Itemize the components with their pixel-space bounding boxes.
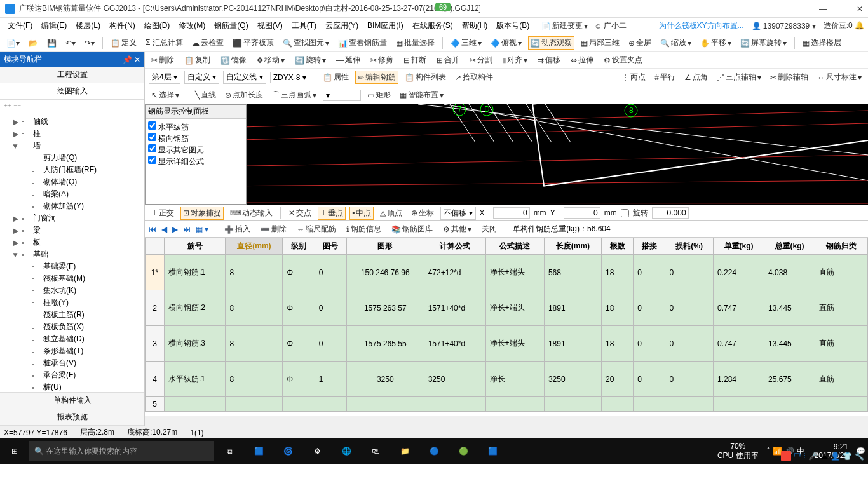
point-length-button[interactable]: ⊙ 点加长度 bbox=[222, 88, 266, 102]
dimension-button[interactable]: ↔ 尺寸标注 ▾ bbox=[815, 71, 864, 84]
view-rebar-button[interactable]: 📊 查看钢筋量 bbox=[336, 36, 390, 50]
split-button[interactable]: ✂ 分割 bbox=[467, 53, 495, 67]
dyn-input-button[interactable]: ⌨ 动态输入 bbox=[227, 207, 275, 220]
delete-button[interactable]: ✂ 删除 bbox=[149, 53, 177, 67]
open-icon[interactable]: 📂 bbox=[26, 37, 41, 49]
panel-check-0[interactable]: 水平纵筋 bbox=[148, 121, 243, 133]
rebar-info-button[interactable]: ℹ 钢筋信息 bbox=[344, 222, 384, 236]
table-header[interactable]: 搭接 bbox=[634, 238, 665, 255]
pick-button[interactable]: ↗ 拾取构件 bbox=[452, 71, 496, 84]
code-dropdown[interactable]: ZDYX-8 ▾ bbox=[270, 72, 309, 83]
parallel-button[interactable]: # 平行 bbox=[652, 71, 678, 84]
sidebar-report[interactable]: 报表预览 bbox=[0, 409, 144, 426]
dynamic-view-button[interactable]: 🔄 动态观察 bbox=[528, 36, 574, 50]
align-button[interactable]: ⫴ 对齐 ▾ bbox=[500, 53, 530, 67]
tree-item[interactable]: ▫筏板负筋(X) bbox=[0, 321, 144, 333]
minimize-button[interactable]: — bbox=[819, 4, 827, 13]
start-button[interactable]: ⊞ bbox=[3, 439, 27, 463]
menu-draw[interactable]: 绘图(D) bbox=[140, 19, 174, 32]
sum-button[interactable]: Σ 汇总计算 bbox=[143, 36, 186, 50]
table-header[interactable]: 公式描述 bbox=[485, 238, 544, 255]
grip-button[interactable]: ⚙ 设置夹点 bbox=[601, 53, 645, 67]
x-input[interactable] bbox=[493, 207, 530, 219]
tree-item[interactable]: ▫人防门框墙(RF) bbox=[0, 164, 144, 176]
mirror-button[interactable]: 🔃 镜像 bbox=[218, 53, 249, 67]
threepoint-button[interactable]: ⋰ 三点辅轴 ▾ bbox=[714, 71, 764, 84]
save-icon[interactable]: 💾 bbox=[44, 37, 59, 49]
sidebar-tab-settings[interactable]: 工程设置 bbox=[0, 67, 144, 83]
task-app-3[interactable]: ⚙ bbox=[304, 439, 330, 463]
coord-button[interactable]: ⊕ 坐标 bbox=[409, 207, 437, 220]
intersection-button[interactable]: ✕ 交点 bbox=[286, 207, 314, 220]
last-icon[interactable]: ⏭ bbox=[183, 225, 191, 234]
offset-dropdown[interactable]: 不偏移 ▾ bbox=[440, 207, 475, 220]
table-header[interactable]: 图形 bbox=[346, 238, 424, 255]
task-app-6[interactable]: 🟦 bbox=[479, 439, 506, 463]
perpendicular-button[interactable]: ⊥ 垂点 bbox=[318, 207, 346, 220]
twopoint-button[interactable]: ⋮ 两点 bbox=[619, 71, 648, 84]
tree-item[interactable]: ▫桩(U) bbox=[0, 381, 144, 392]
category-dropdown[interactable]: 自定义 ▾ bbox=[184, 71, 219, 84]
edit-rebar-button[interactable]: ✏ 编辑钢筋 bbox=[355, 71, 398, 84]
merge-button[interactable]: ⊞ 合并 bbox=[434, 53, 462, 67]
tree-item[interactable]: ▫暗梁(A) bbox=[0, 188, 144, 200]
ortho-button[interactable]: ⊥ 正交 bbox=[149, 207, 177, 220]
expand-icon[interactable]: ⁺⁺ bbox=[4, 102, 11, 111]
menu-version[interactable]: 版本号(B) bbox=[492, 19, 533, 32]
redo-icon[interactable]: ↷▾ bbox=[82, 37, 97, 49]
other-button[interactable]: ⚙ 其他 ▾ bbox=[440, 222, 474, 236]
local-3d-button[interactable]: ▦ 局部三维 bbox=[578, 36, 622, 50]
panel-check-3[interactable]: 显示详细公式 bbox=[148, 156, 243, 167]
tree-item[interactable]: ▶▫轴线 bbox=[0, 116, 144, 128]
user-id[interactable]: 👤 13907298339 ▾ bbox=[752, 22, 816, 30]
new-change-button[interactable]: 📄 新建变更 ▾ bbox=[539, 19, 590, 32]
menu-help[interactable]: 帮助(H) bbox=[458, 19, 492, 32]
rotate-check[interactable] bbox=[621, 209, 629, 217]
taskbar-search[interactable]: 🔍 在这里输入你要搜索的内容 bbox=[29, 441, 214, 461]
first-icon[interactable]: ⏮ bbox=[149, 225, 156, 234]
menu-bim[interactable]: BIM应用(I) bbox=[363, 19, 407, 32]
tree-item[interactable]: ▼▫墙 bbox=[0, 140, 144, 152]
prev-icon[interactable]: ◀ bbox=[161, 225, 167, 234]
cloud-check-button[interactable]: ☁ 云检查 bbox=[189, 36, 226, 50]
batch-select-button[interactable]: ▦ 批量选择 bbox=[393, 36, 437, 50]
table-row[interactable]: 2横向钢筋.28Φ01575 263 571571+40*d净长+端头18911… bbox=[146, 290, 868, 326]
menu-modify[interactable]: 修改(M) bbox=[175, 19, 209, 32]
notification-badge[interactable]: 69 bbox=[435, 3, 451, 11]
menu-floor[interactable]: 楼层(L) bbox=[72, 19, 104, 32]
osnap-button[interactable]: ⊡ 对象捕捉 bbox=[180, 207, 224, 220]
tray-settings-icon[interactable]: 🔧 bbox=[855, 452, 864, 461]
y-input[interactable] bbox=[564, 207, 600, 219]
vertex-button[interactable]: △ 顶点 bbox=[377, 207, 405, 220]
task-app-4[interactable]: 🔵 bbox=[421, 439, 447, 463]
tip-link[interactable]: 为什么筏板XY方向布置... bbox=[659, 20, 744, 31]
midpoint-button[interactable]: ▪ 中点 bbox=[349, 207, 374, 220]
angle-button[interactable]: ∠ 点角 bbox=[682, 71, 710, 84]
define-button[interactable]: 📋 定义 bbox=[108, 36, 139, 50]
draw-mode-dropdown[interactable]: ▾ bbox=[323, 90, 361, 101]
tree-item[interactable]: ▫条形基础(T) bbox=[0, 345, 144, 357]
tree-item[interactable]: ▫独立基础(D) bbox=[0, 333, 144, 345]
table-header[interactable]: 损耗(%) bbox=[665, 238, 714, 255]
select-button[interactable]: ↖ 选择 ▾ bbox=[149, 88, 182, 102]
task-app-2[interactable]: 🌀 bbox=[275, 439, 301, 463]
maximize-button[interactable]: ☐ bbox=[838, 4, 845, 13]
type-dropdown[interactable]: 自定义线 ▾ bbox=[223, 71, 266, 84]
rebar-table[interactable]: 筋号直径(mm)级别图号图形计算公式公式描述长度(mm)根数搭接损耗(%)单重(… bbox=[145, 238, 868, 416]
move-button[interactable]: ✥ 移动 ▾ bbox=[254, 53, 287, 67]
tray-mic-icon[interactable]: 🎤 bbox=[808, 452, 818, 461]
table-header[interactable]: 长度(mm) bbox=[544, 238, 601, 255]
table-row[interactable]: 4水平纵筋.18Φ132503250净长325020001.28425.675直… bbox=[146, 362, 868, 397]
nav-extra-icon[interactable]: ▦ ▾ bbox=[196, 225, 208, 234]
table-header[interactable]: 单重(kg) bbox=[713, 238, 764, 255]
tree-item[interactable]: ▫剪力墙(Q) bbox=[0, 152, 144, 164]
undo-icon[interactable]: ↶▾ bbox=[63, 37, 78, 49]
menu-tool[interactable]: 工具(T) bbox=[288, 19, 320, 32]
table-header[interactable]: 钢筋归类 bbox=[815, 238, 868, 255]
tree-item[interactable]: ▶▫柱 bbox=[0, 128, 144, 140]
sidebar-pin-icon[interactable]: 📌 ✕ bbox=[123, 55, 140, 64]
close-button[interactable]: ✕ bbox=[857, 4, 863, 13]
menu-component[interactable]: 构件(N) bbox=[105, 19, 139, 32]
offset-button[interactable]: ⇉ 偏移 bbox=[535, 53, 563, 67]
arc-button[interactable]: ⌒ 三点画弧 ▾ bbox=[269, 88, 319, 102]
